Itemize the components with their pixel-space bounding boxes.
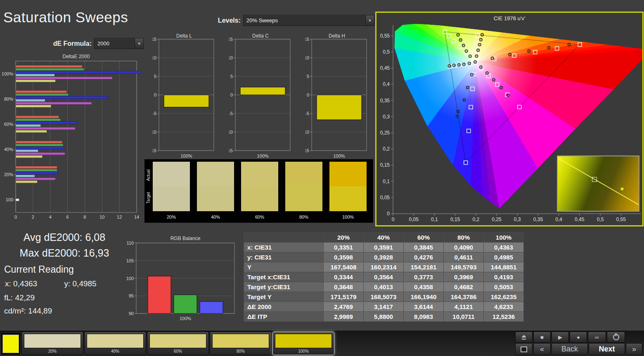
page-title: Saturation Sweeps <box>3 9 128 26</box>
blank-screen-button[interactable] <box>515 343 533 355</box>
chevron-down-icon: ▼ <box>365 15 374 26</box>
bar-blue <box>16 172 58 174</box>
tick-label: 100% <box>180 153 192 158</box>
tick-label: 0,55 <box>380 33 390 39</box>
table-cell: 0,3598 <box>324 252 364 262</box>
tick-label: 0,45 <box>380 65 390 71</box>
de-formula-select[interactable]: 2000 ▼ <box>94 38 144 49</box>
sweep-swatch-60%: 60% <box>241 162 278 219</box>
patch-button-80%[interactable]: 80% <box>210 332 272 355</box>
de-statistics: Avg dE2000: 6,08 Max dE2000: 16,93 <box>5 229 124 261</box>
rgb-balance-chart-panel[interactable]: RGB Balance 9095100105110100% <box>126 233 238 326</box>
measured-point-yellow <box>477 49 480 52</box>
fl-value: 42,29 <box>15 293 35 302</box>
table-cell: 0,4013 <box>364 282 404 292</box>
next-button[interactable]: Next <box>589 343 625 355</box>
table-cell: 0,3845 <box>404 243 444 252</box>
patch-button-40%[interactable]: 40% <box>84 332 146 355</box>
swatch-column-label: 60% <box>241 215 278 219</box>
eject-button[interactable] <box>515 332 533 343</box>
loop-icon: ∞ <box>595 334 599 340</box>
actual-swatch <box>197 162 234 186</box>
avg-de-line: Avg dE2000: 6,08 <box>5 229 124 245</box>
tick-label: -5 <box>305 111 309 116</box>
tick-label: 8 <box>83 215 86 219</box>
tick-label: 0 <box>14 215 17 219</box>
measured-point-blue <box>463 99 466 102</box>
table-cell: 0,4985 <box>484 252 524 262</box>
levels-label: Levels: <box>208 17 241 24</box>
avg-de-value: 6,08 <box>85 231 106 243</box>
patch-button-100%[interactable]: 100% <box>272 332 334 355</box>
previous-page-button[interactable]: « <box>533 343 551 355</box>
cie-title: CIE 1976 u'v' <box>376 15 642 21</box>
cie-chart-panel[interactable]: 000,050,050,10,10,150,150,20,20,250,250,… <box>375 12 644 226</box>
levels-value: 20% Sweeps <box>244 15 365 26</box>
bar-red <box>16 116 59 118</box>
patch-swatch <box>87 334 144 348</box>
bar-red <box>16 141 62 144</box>
measured-point-magenta <box>500 86 503 89</box>
power-button[interactable] <box>607 332 625 343</box>
actual-swatch <box>285 162 322 186</box>
tick-label: 0,1 <box>431 217 438 222</box>
delta-bar <box>317 95 362 120</box>
bar-magenta <box>16 102 92 104</box>
patch-swatch <box>24 334 81 348</box>
bar-magenta <box>16 77 112 79</box>
stop-icon: ■ <box>540 334 544 340</box>
tick-label: -10 <box>229 130 233 134</box>
delta-h-chart-panel[interactable]: Delta H -15-10-5051015100% <box>305 32 368 162</box>
measured-point-white <box>474 61 477 64</box>
next-page-button[interactable]: » <box>626 343 642 355</box>
play-button[interactable]: ▶ <box>552 332 569 343</box>
patch-button-20%[interactable]: 20% <box>21 332 83 355</box>
tick-label: 0,25 <box>380 130 390 136</box>
delta-bar <box>240 87 285 95</box>
tick-label: -10 <box>305 130 309 134</box>
tick-label: 0,35 <box>380 98 390 104</box>
delta-bar <box>164 95 209 107</box>
delta-h-plot: -15-10-5051015100% <box>305 32 368 162</box>
levels-select[interactable]: 20% Sweeps ▼ <box>243 15 374 26</box>
table-cell: 2,9989 <box>324 312 364 322</box>
table-cell: 0,3928 <box>364 252 404 262</box>
delta-l-chart-panel[interactable]: Delta L -15-10-5051015100% <box>153 32 215 162</box>
table-cell: 149,5793 <box>444 262 484 272</box>
sweep-swatch-80%: 80% <box>285 162 322 219</box>
table-cell: 0,3648 <box>324 282 364 292</box>
swatch-column-label: 40% <box>197 215 234 219</box>
plot-border <box>16 61 137 212</box>
measured-point-magenta <box>480 66 483 69</box>
measured-point-blue <box>456 115 459 118</box>
bar-magenta <box>16 153 65 155</box>
table-cell: 0,3591 <box>364 243 404 252</box>
deltae2000-plot: 02468101214100%80%60%40%20%100 <box>0 52 140 224</box>
delta-c-chart-panel[interactable]: Delta C -15-10-5051015100% <box>229 32 292 162</box>
row-label: Y <box>244 262 324 272</box>
table-cell: 0,3969 <box>444 272 484 282</box>
measured-point-red <box>568 43 571 46</box>
loop-button[interactable]: ∞ <box>588 332 606 343</box>
target-swatch <box>153 186 190 211</box>
tick-label: 5 <box>307 74 309 79</box>
chart-title: Delta H <box>305 33 368 39</box>
back-button[interactable]: Back <box>552 343 588 355</box>
deltae2000-chart-panel[interactable]: DeltaE 2000 02468101214100%80%60%40%20%1… <box>0 52 140 224</box>
record-button[interactable]: ● <box>570 332 587 343</box>
patch-button-60%[interactable]: 60% <box>147 332 209 355</box>
table-cell: 164,3786 <box>444 292 484 302</box>
tick-label: 0,5 <box>597 217 604 222</box>
stop-button[interactable]: ■ <box>533 332 551 343</box>
table-cell: 0,4611 <box>444 252 484 262</box>
tick-label: 4 <box>49 215 52 219</box>
tick-label: 100% <box>2 71 13 76</box>
next-page-icon: » <box>632 345 636 354</box>
measured-point-cyan <box>448 64 451 67</box>
measured-point-yellow <box>480 38 483 41</box>
tick-label: 6 <box>66 215 69 219</box>
table-row: Y167,5408160,2314154,2181149,5793144,885… <box>244 262 524 272</box>
tick-label: 0,25 <box>492 217 502 222</box>
bar-cyan <box>16 150 38 152</box>
tick-label: 0,55 <box>616 217 626 222</box>
